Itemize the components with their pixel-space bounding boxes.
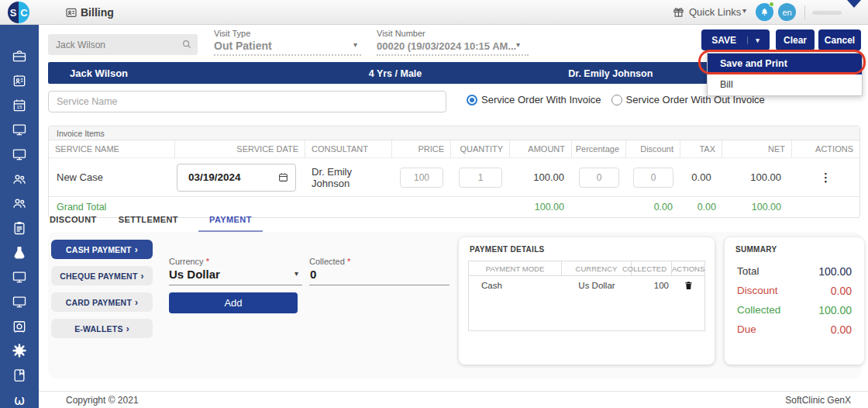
users-icon[interactable] xyxy=(11,171,28,187)
clear-button[interactable]: Clear xyxy=(776,29,815,50)
users-icon[interactable] xyxy=(11,195,28,212)
invoice-table-row: New Case 03/19/2024 Dr. Emily Johnson 10… xyxy=(49,158,859,196)
invoice-items-title: Invoice Items xyxy=(49,126,859,140)
monitor-icon[interactable] xyxy=(11,147,28,163)
add-payment-button[interactable]: Add xyxy=(169,292,298,313)
clipboard-icon[interactable] xyxy=(11,220,28,237)
invoice-table-header: SERVICE NAME SERVICE DATE CONSULTANT PRI… xyxy=(49,140,859,158)
required-asterisk: * xyxy=(347,257,350,266)
billing-tabs: DISCOUNT SETTLEMENT PAYMENT xyxy=(48,210,263,233)
notifications-button[interactable] xyxy=(756,3,773,21)
trash-icon xyxy=(684,280,694,291)
visit-type-underline xyxy=(214,54,361,56)
service-date-input[interactable]: 03/19/2024 xyxy=(177,164,296,192)
tab-settlement[interactable]: SETTLEMENT xyxy=(117,210,180,233)
grand-total-amount: 100.00 xyxy=(510,202,572,213)
visit-number-underline xyxy=(377,54,529,56)
invoice-items-panel: Invoice Items SERVICE NAME SERVICE DATE … xyxy=(48,126,860,218)
row-consultant: Dr. Emily Johnson xyxy=(305,166,392,189)
stethoscope-icon[interactable]: ω xyxy=(11,392,28,408)
currency-underline xyxy=(169,285,302,285)
row-actions-kebab-icon[interactable]: ⋮ xyxy=(792,171,859,185)
briefcase-icon[interactable] xyxy=(11,48,28,64)
user-menu-pill[interactable] xyxy=(812,11,842,15)
summary-row-total: Total 100.00 xyxy=(725,261,864,281)
id-badge-icon[interactable] xyxy=(11,73,28,89)
collected-underline xyxy=(309,285,450,285)
visit-number-caret-icon: ▾ xyxy=(516,40,520,49)
visit-type-select[interactable]: Out Patient xyxy=(214,40,272,52)
service-name-input[interactable] xyxy=(48,91,446,112)
language-button[interactable]: en xyxy=(778,3,796,21)
monitor-icon[interactable] xyxy=(11,269,28,285)
search-icon xyxy=(181,39,192,53)
ewallets-button[interactable]: E-WALLETS › xyxy=(51,319,153,338)
visit-number-label: Visit Number xyxy=(377,29,425,38)
payment-details-title: PAYMENT DETAILS xyxy=(459,237,715,254)
monitor-icon[interactable] xyxy=(11,122,28,138)
visit-type-label: Visit Type xyxy=(214,29,250,38)
patient-age-sex: 4 Yrs / Male xyxy=(369,68,422,79)
currency-select[interactable]: Us Dollar xyxy=(169,268,220,281)
percentage-input[interactable] xyxy=(579,168,619,188)
payment-details-header: PAYMENT MODE CURRENCY COLLECTED ACTIONS xyxy=(469,261,704,276)
sidebar-nav: 15 xyxy=(0,25,39,408)
billing-page: S C Billing Quick Links ▾ en xyxy=(0,0,868,408)
patient-search-input[interactable] xyxy=(48,34,198,55)
required-asterisk: * xyxy=(206,257,209,266)
cheque-payment-button[interactable]: CHEQUE PAYMENT › xyxy=(51,266,153,285)
grand-total-net: 100.00 xyxy=(722,202,792,213)
safe-icon[interactable] xyxy=(11,318,28,334)
monitor-icon[interactable] xyxy=(11,294,28,310)
chevron-right-icon: › xyxy=(135,297,138,308)
menu-item-save-and-print[interactable]: Save and Print xyxy=(708,54,862,74)
flask-icon[interactable] xyxy=(11,244,28,261)
delete-payment-button[interactable] xyxy=(672,280,704,291)
payment-currency-value: Us Dollar xyxy=(562,281,632,290)
summary-rows: Total 100.00 Discount 0.00 Collected 100… xyxy=(725,261,864,339)
app-logo[interactable]: S C xyxy=(8,2,29,23)
gear-icon[interactable] xyxy=(11,343,28,359)
payment-details-card: PAYMENT DETAILS PAYMENT MODE CURRENCY CO… xyxy=(459,237,715,365)
top-bar: S C Billing Quick Links ▾ en xyxy=(0,0,868,25)
price-input[interactable] xyxy=(400,168,443,188)
tab-payment[interactable]: PAYMENT xyxy=(198,210,263,233)
chevron-right-icon: › xyxy=(141,271,144,282)
save-caret-icon: ▾ xyxy=(747,36,760,44)
gift-icon xyxy=(673,6,684,21)
brand-text: SoftClinic GenX xyxy=(785,395,851,406)
payment-details-table: PAYMENT MODE CURRENCY COLLECTED ACTIONS … xyxy=(468,261,705,331)
radio-without-invoice[interactable] xyxy=(611,95,622,105)
collected-input[interactable]: 0 xyxy=(310,268,316,281)
book-icon[interactable] xyxy=(11,368,28,384)
visit-number-select[interactable]: 00020 (19/03/2024 10:15 AM... xyxy=(377,40,516,52)
corner-caret-icon[interactable] xyxy=(847,0,861,8)
row-service-name: New Case xyxy=(49,171,175,183)
logo-letter-s: S xyxy=(8,2,19,23)
radio-with-invoice-label: Service Order With Invoice xyxy=(481,94,601,105)
row-tax: 0.00 xyxy=(680,171,722,183)
card-payment-button[interactable]: CARD PAYMENT › xyxy=(51,292,153,312)
menu-item-bill[interactable]: Bill xyxy=(708,74,862,95)
quick-links-button[interactable]: Quick Links xyxy=(689,6,741,18)
save-button[interactable]: SAVE ▾ xyxy=(701,29,770,50)
logo-letter-c: C xyxy=(19,2,29,23)
calendar-icon[interactable]: 15 xyxy=(11,97,28,113)
cash-payment-button[interactable]: CASH PAYMENT › xyxy=(51,240,153,259)
summary-row-collected: Collected 100.00 xyxy=(725,300,864,320)
grand-total-tax: 0.00 xyxy=(680,202,722,213)
page-title: Billing xyxy=(81,6,114,19)
row-net: 100.00 xyxy=(722,171,792,183)
radio-with-invoice[interactable] xyxy=(467,95,477,105)
cancel-button[interactable]: Cancel xyxy=(818,29,861,50)
quick-links-caret-icon: ▾ xyxy=(742,6,746,15)
row-amount: 100.00 xyxy=(510,171,572,183)
discount-input[interactable] xyxy=(633,168,673,188)
quantity-input[interactable] xyxy=(459,168,502,188)
calendar-small-icon xyxy=(278,172,288,182)
tab-discount[interactable]: DISCOUNT xyxy=(48,210,98,233)
patient-search-box xyxy=(48,34,198,55)
grand-total-discount: 0.00 xyxy=(626,202,680,213)
patient-name: Jack Wilson xyxy=(70,67,128,79)
payment-collected-value: 100 xyxy=(632,281,672,290)
